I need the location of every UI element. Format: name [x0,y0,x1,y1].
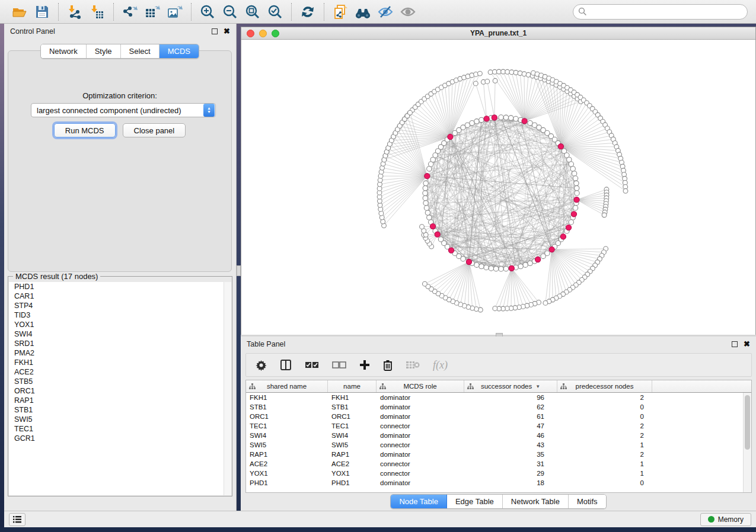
graph-node[interactable] [423,185,428,190]
show-all-button[interactable] [398,2,418,21]
graph-node[interactable] [425,210,430,215]
graph-mcds-node[interactable] [560,234,566,239]
graph-node[interactable] [503,115,508,120]
tab-select[interactable]: Select [121,44,160,58]
graph-node[interactable] [479,264,484,268]
graph-leaf-node[interactable] [473,81,478,86]
result-node-item[interactable]: TID3 [9,310,231,320]
result-node-item[interactable]: STB1 [9,405,231,415]
mcds-result-list[interactable]: PHD1CAR1STP4TID3YOX1SWI4SRD1PMA2FKH1ACE2… [9,282,231,495]
result-node-item[interactable]: TEC1 [9,424,231,434]
graph-leaf-node[interactable] [602,213,607,217]
vertical-splitter-handle[interactable] [237,265,241,276]
graph-node[interactable] [427,215,432,220]
result-node-item[interactable]: SWI4 [9,329,231,339]
result-node-item[interactable]: YOX1 [9,320,231,329]
result-node-item[interactable]: SRD1 [9,339,231,348]
result-node-item[interactable]: CAR1 [9,291,231,301]
graph-node[interactable] [569,162,573,166]
column-header-MCDS-role[interactable]: MCDS role [377,380,464,392]
delete-column-button[interactable] [383,360,393,371]
graph-leaf-node[interactable] [493,78,497,83]
graph-node[interactable] [489,266,493,271]
graph-mcds-node[interactable] [509,265,514,271]
result-list-scrollbar[interactable] [224,282,231,495]
graph-leaf-node[interactable] [493,306,497,311]
graph-node[interactable] [493,267,498,271]
result-node-item[interactable]: FKH1 [9,358,231,367]
tab-edge-table[interactable]: Edge Table [447,495,503,508]
graph-node[interactable] [479,117,484,122]
graph-leaf-node[interactable] [623,188,628,193]
graph-mcds-node[interactable] [571,211,576,217]
graph-node[interactable] [438,237,443,242]
graph-node[interactable] [424,206,429,210]
delete-table-button[interactable] [406,360,420,370]
graph-node[interactable] [470,121,474,126]
zoom-fit-button[interactable] [243,2,263,21]
graph-node[interactable] [509,116,513,120]
graph-node[interactable] [499,267,503,271]
import-table-button[interactable] [87,2,107,21]
graph-node[interactable] [573,206,578,210]
graph-mcds-node[interactable] [448,248,454,253]
zoom-in-button[interactable] [197,2,218,21]
graph-leaf-node[interactable] [513,70,518,75]
result-node-item[interactable]: SWI5 [9,415,231,424]
table-row[interactable]: TEC1TEC1connector472 [246,421,743,431]
zoom-selected-button[interactable] [265,2,285,21]
table-scrollbar-thumb[interactable] [745,395,750,450]
graph-node[interactable] [427,166,432,171]
float-panel-icon[interactable] [212,28,218,34]
graph-mcds-node[interactable] [566,225,571,230]
graph-leaf-node[interactable] [420,225,425,229]
graph-node[interactable] [569,220,573,225]
graph-leaf-node[interactable] [505,69,510,74]
save-session-button[interactable] [32,2,52,21]
graph-node[interactable] [528,261,532,265]
tab-network[interactable]: Network [41,44,87,58]
zoom-out-button[interactable] [220,2,240,21]
graph-mcds-node[interactable] [549,247,554,252]
graph-node[interactable] [423,181,428,185]
graph-leaf-node[interactable] [423,281,428,286]
graph-leaf-node[interactable] [478,71,483,76]
result-node-item[interactable]: ACE2 [9,367,231,377]
graph-node[interactable] [423,191,428,196]
table-row[interactable]: RAP1RAP1dominator352 [246,450,743,459]
table-scrollbar[interactable] [743,393,751,492]
table-row[interactable]: SWI5SWI5connector431 [246,440,743,450]
search-network-button[interactable] [353,2,373,21]
export-table-button[interactable] [142,2,162,21]
graph-leaf-node[interactable] [518,71,522,76]
table-row[interactable]: YOX1YOX1connector291 [246,469,743,478]
hide-selected-button[interactable] [375,2,395,21]
export-network-button[interactable] [120,2,140,21]
graph-node[interactable] [499,115,503,120]
graph-node[interactable] [574,181,579,185]
graph-node[interactable] [523,262,528,267]
network-canvas[interactable] [241,40,755,335]
graph-node[interactable] [503,267,508,271]
close-panel-button[interactable]: Close panel [123,123,186,137]
graph-mcds-node[interactable] [484,116,489,121]
result-node-item[interactable]: PHD1 [9,282,231,291]
column-header-shared-name[interactable]: shared name [246,380,328,392]
graph-node[interactable] [474,119,479,124]
graph-mcds-node[interactable] [435,232,440,237]
graph-mcds-node[interactable] [558,144,563,149]
table-row[interactable]: ORC1ORC1dominator610 [246,412,743,421]
run-mcds-button[interactable]: Run MCDS [54,123,116,137]
import-network-button[interactable] [65,2,85,21]
graph-node[interactable] [573,176,578,181]
graph-mcds-node[interactable] [425,174,430,179]
close-panel-icon[interactable]: ✖ [744,341,750,347]
graph-node[interactable] [423,196,428,200]
graph-mcds-node[interactable] [535,257,541,262]
graph-leaf-node[interactable] [485,79,490,84]
result-node-item[interactable]: PMA2 [9,348,231,358]
graph-node[interactable] [423,201,428,206]
result-node-item[interactable]: ORC1 [9,386,231,396]
graph-node[interactable] [572,171,576,176]
table-row[interactable]: SWI4SWI4dominator462 [246,431,743,440]
